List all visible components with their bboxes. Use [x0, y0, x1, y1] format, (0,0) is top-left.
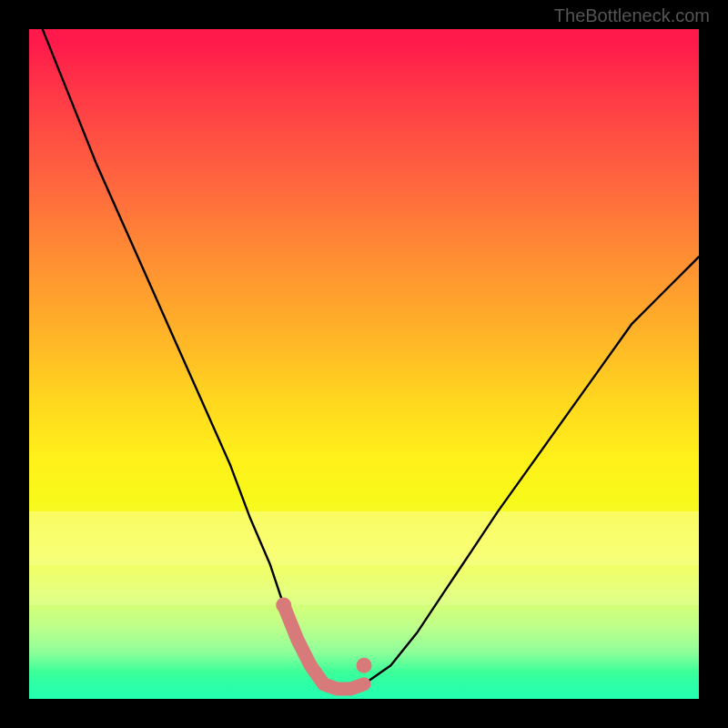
valley-highlight: [284, 605, 364, 689]
chart-frame: TheBottleneck.com: [0, 0, 728, 728]
valley-dot: [276, 598, 291, 613]
plot-area: [29, 29, 699, 699]
valley-dot: [357, 658, 372, 673]
curve-svg: [29, 29, 699, 699]
bottleneck-curve: [43, 29, 699, 689]
attribution-label: TheBottleneck.com: [554, 5, 710, 26]
